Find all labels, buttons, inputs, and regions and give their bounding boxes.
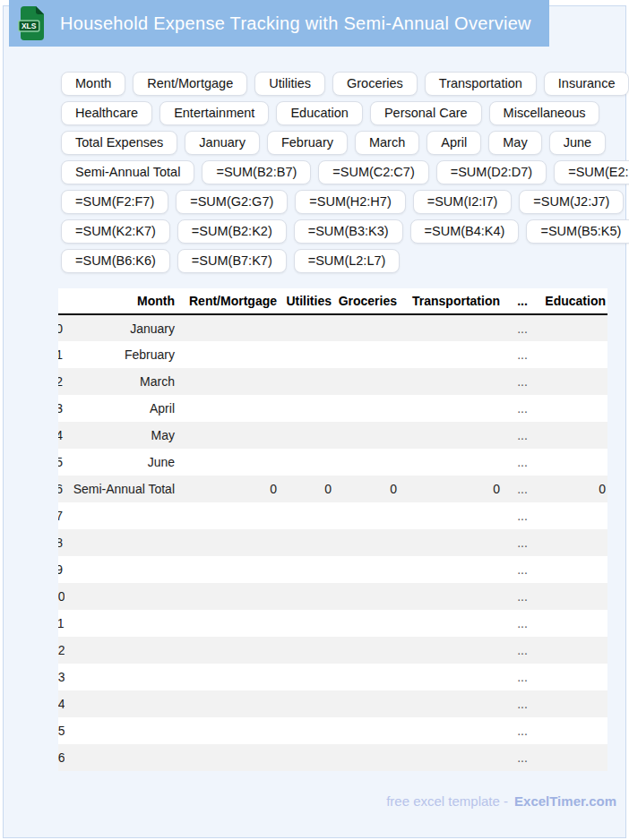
table-cell bbox=[279, 449, 333, 476]
table-cell bbox=[333, 744, 399, 771]
column-header: Utilities bbox=[279, 288, 333, 314]
table-cell bbox=[177, 422, 279, 449]
table-cell bbox=[399, 690, 502, 717]
table-cell: ... bbox=[502, 690, 543, 717]
keyword-chip[interactable]: =SUM(L2:L7) bbox=[294, 249, 401, 273]
keyword-chip[interactable]: =SUM(B5:K5) bbox=[526, 219, 629, 244]
keyword-chip[interactable]: Entertainment bbox=[159, 101, 269, 125]
table-cell bbox=[399, 583, 502, 610]
keyword-chip[interactable]: Miscellaneous bbox=[489, 101, 600, 125]
keyword-chip[interactable]: =SUM(G2:G7) bbox=[176, 190, 288, 214]
table-cell bbox=[279, 395, 333, 422]
table-cell bbox=[65, 637, 177, 664]
row-index-cell: 11 bbox=[58, 610, 65, 637]
table-cell: May bbox=[65, 422, 177, 449]
table-cell bbox=[279, 341, 333, 368]
table-cell bbox=[543, 637, 607, 664]
keyword-chip[interactable]: =SUM(B2:K2) bbox=[177, 219, 287, 244]
row-index-cell: 16 bbox=[58, 744, 65, 771]
keyword-chip[interactable]: February bbox=[267, 131, 348, 155]
keyword-chip[interactable]: Education bbox=[276, 101, 363, 125]
table-cell bbox=[399, 637, 502, 664]
keyword-chip[interactable]: Healthcare bbox=[61, 101, 152, 125]
row-index-cell: 15 bbox=[58, 717, 65, 744]
table-cell bbox=[399, 717, 502, 744]
keyword-chip[interactable]: Personal Care bbox=[370, 101, 482, 125]
table-cell: ... bbox=[502, 368, 543, 395]
row-index-cell: 3 bbox=[58, 395, 65, 422]
footer-brand-link[interactable]: ExcelTimer.com bbox=[514, 793, 616, 809]
row-index-cell: 4 bbox=[58, 422, 65, 449]
keyword-chip[interactable]: Insurance bbox=[544, 72, 629, 96]
keyword-chip[interactable]: April bbox=[427, 131, 481, 155]
keyword-chip[interactable]: =SUM(D2:D7) bbox=[436, 160, 547, 184]
table-cell: ... bbox=[502, 583, 543, 610]
expense-table-container: MonthRent/MortgageUtilitiesGroceriesTran… bbox=[58, 288, 607, 771]
chip-row: =SUM(K2:K7)=SUM(B2:K2)=SUM(B3:K3)=SUM(B4… bbox=[61, 219, 607, 244]
table-cell bbox=[333, 395, 399, 422]
keyword-chip[interactable]: March bbox=[355, 131, 419, 155]
expense-table-header: MonthRent/MortgageUtilitiesGroceriesTran… bbox=[58, 288, 607, 314]
keyword-chip[interactable]: Utilities bbox=[254, 72, 325, 96]
keyword-chip[interactable]: =SUM(B7:K7) bbox=[177, 249, 287, 273]
keyword-chip[interactable]: =SUM(H2:H7) bbox=[295, 190, 405, 214]
keyword-chip[interactable]: =SUM(B2:B7) bbox=[202, 160, 311, 184]
table-cell bbox=[279, 502, 333, 529]
keyword-chip[interactable]: Rent/Mortgage bbox=[133, 72, 247, 96]
keyword-chip[interactable]: =SUM(B6:K6) bbox=[61, 249, 170, 273]
keyword-chip[interactable]: =SUM(C2:C7) bbox=[318, 160, 428, 184]
table-cell bbox=[65, 690, 177, 717]
table-cell bbox=[333, 583, 399, 610]
table-cell bbox=[177, 314, 279, 341]
table-row: 8... bbox=[58, 529, 607, 556]
keyword-chip[interactable]: Transportation bbox=[425, 72, 537, 96]
row-index-cell: 6 bbox=[58, 476, 65, 502]
table-cell bbox=[399, 664, 502, 690]
table-cell bbox=[177, 556, 279, 583]
column-header: Transportation bbox=[399, 288, 502, 314]
keyword-chip[interactable]: January bbox=[185, 131, 260, 155]
row-index-cell: 13 bbox=[58, 664, 65, 690]
table-cell bbox=[177, 664, 279, 690]
keyword-chip[interactable]: =SUM(B3:K3) bbox=[294, 219, 403, 244]
table-cell bbox=[177, 690, 279, 717]
keyword-chip[interactable]: Total Expenses bbox=[61, 131, 177, 155]
keyword-chip[interactable]: =SUM(K2:K7) bbox=[61, 219, 170, 244]
table-cell bbox=[399, 610, 502, 637]
keyword-chip[interactable]: =SUM(B4:K4) bbox=[410, 219, 520, 244]
keyword-chip[interactable]: Month bbox=[61, 72, 125, 96]
keyword-chip[interactable]: Groceries bbox=[332, 72, 418, 96]
table-cell bbox=[543, 449, 607, 476]
table-cell bbox=[543, 368, 607, 395]
table-row: 7... bbox=[58, 502, 607, 529]
xls-file-icon: XLS bbox=[18, 5, 47, 41]
table-cell bbox=[279, 664, 333, 690]
keyword-chip[interactable]: June bbox=[549, 131, 606, 155]
keyword-chip[interactable]: =SUM(J2:J7) bbox=[519, 190, 624, 214]
table-cell bbox=[65, 529, 177, 556]
table-cell bbox=[177, 717, 279, 744]
table-cell: ... bbox=[502, 476, 543, 502]
table-cell: 0 bbox=[399, 476, 502, 502]
keyword-chip[interactable]: =SUM(E2:E7) bbox=[554, 160, 629, 184]
chip-row: Semi-Annual Total=SUM(B2:B7)=SUM(C2:C7)=… bbox=[61, 160, 607, 184]
table-cell bbox=[333, 664, 399, 690]
table-cell bbox=[333, 368, 399, 395]
table-row: 4May... bbox=[58, 422, 607, 449]
table-cell bbox=[399, 395, 502, 422]
table-cell bbox=[279, 610, 333, 637]
table-cell bbox=[177, 341, 279, 368]
table-cell bbox=[333, 690, 399, 717]
keyword-chip[interactable]: =SUM(I2:I7) bbox=[413, 190, 513, 214]
table-cell bbox=[177, 502, 279, 529]
table-cell bbox=[399, 368, 502, 395]
keyword-chip[interactable]: May bbox=[488, 131, 541, 155]
table-cell: ... bbox=[502, 395, 543, 422]
table-cell bbox=[399, 529, 502, 556]
table-cell bbox=[543, 314, 607, 341]
keyword-chip[interactable]: Semi-Annual Total bbox=[61, 160, 194, 184]
table-cell: June bbox=[65, 449, 177, 476]
table-cell: 0 bbox=[177, 476, 279, 502]
column-header: Education bbox=[543, 288, 607, 314]
keyword-chip[interactable]: =SUM(F2:F7) bbox=[61, 190, 168, 214]
